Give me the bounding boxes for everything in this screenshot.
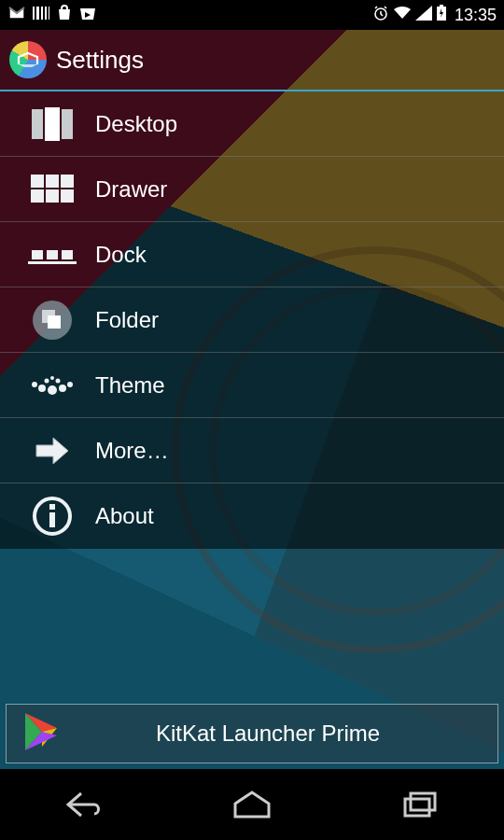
svg-rect-17 bbox=[32, 250, 43, 259]
svg-rect-19 bbox=[62, 250, 73, 259]
svg-point-25 bbox=[38, 385, 46, 392]
svg-point-26 bbox=[59, 385, 66, 392]
svg-rect-12 bbox=[46, 175, 59, 188]
svg-rect-16 bbox=[61, 189, 74, 203]
settings-item-label: About bbox=[95, 503, 154, 529]
settings-item-more[interactable]: More… bbox=[0, 418, 504, 483]
home-button[interactable] bbox=[201, 784, 303, 825]
svg-rect-13 bbox=[61, 175, 74, 188]
settings-item-drawer[interactable]: Drawer bbox=[0, 157, 504, 222]
svg-rect-35 bbox=[405, 799, 429, 816]
battery-charging-icon bbox=[436, 5, 447, 26]
svg-rect-14 bbox=[31, 189, 44, 203]
settings-item-theme[interactable]: Theme bbox=[0, 353, 504, 418]
svg-rect-8 bbox=[32, 109, 43, 139]
svg-rect-15 bbox=[46, 189, 59, 203]
desktop-icon bbox=[26, 104, 78, 145]
svg-rect-23 bbox=[48, 315, 61, 329]
cell-signal-icon bbox=[415, 6, 432, 25]
panel-header: Settings bbox=[0, 30, 504, 91]
barcode-icon bbox=[32, 6, 50, 25]
promo-label: KitKat Launcher Prime bbox=[79, 721, 484, 747]
settings-panel: Settings Desktop Drawer Dock Folder bbox=[0, 30, 504, 549]
promo-bar[interactable]: KitKat Launcher Prime bbox=[6, 704, 498, 763]
play-store-icon bbox=[20, 709, 64, 758]
svg-rect-11 bbox=[31, 175, 44, 188]
settings-item-label: Folder bbox=[95, 307, 159, 333]
svg-rect-33 bbox=[49, 512, 55, 527]
settings-list: Desktop Drawer Dock Folder Theme bbox=[0, 91, 504, 549]
svg-rect-7 bbox=[440, 5, 443, 7]
alarm-icon bbox=[372, 5, 389, 26]
play-store-icon bbox=[78, 5, 97, 26]
settings-item-label: Dock bbox=[95, 242, 147, 268]
gmail-icon bbox=[7, 6, 26, 25]
svg-rect-34 bbox=[49, 504, 55, 510]
svg-point-29 bbox=[45, 378, 49, 383]
svg-rect-9 bbox=[45, 107, 60, 141]
svg-rect-36 bbox=[411, 793, 435, 810]
svg-rect-2 bbox=[41, 7, 43, 20]
settings-item-label: Theme bbox=[95, 372, 165, 399]
info-icon bbox=[26, 496, 78, 537]
back-button[interactable] bbox=[33, 784, 135, 825]
app-icon bbox=[9, 41, 47, 78]
svg-rect-10 bbox=[62, 109, 73, 139]
page-title: Settings bbox=[56, 46, 144, 75]
svg-rect-3 bbox=[45, 7, 47, 20]
drawer-icon bbox=[26, 169, 78, 210]
folder-icon bbox=[26, 300, 78, 341]
settings-item-desktop[interactable]: Desktop bbox=[0, 91, 504, 157]
clock-label: 13:35 bbox=[455, 6, 497, 25]
shopping-bag-icon bbox=[56, 5, 73, 26]
arrow-right-icon bbox=[26, 430, 78, 471]
svg-point-28 bbox=[67, 382, 73, 387]
wifi-icon bbox=[393, 6, 412, 25]
settings-item-label: More… bbox=[95, 438, 169, 464]
svg-point-30 bbox=[56, 378, 61, 383]
settings-item-label: Drawer bbox=[95, 176, 167, 203]
svg-point-31 bbox=[50, 376, 54, 380]
recents-button[interactable] bbox=[369, 784, 471, 825]
svg-point-24 bbox=[48, 385, 57, 395]
theme-icon bbox=[26, 365, 78, 406]
dock-icon bbox=[26, 234, 78, 275]
navigation-bar bbox=[0, 769, 504, 840]
svg-rect-4 bbox=[49, 7, 49, 20]
svg-rect-20 bbox=[28, 261, 77, 264]
svg-rect-1 bbox=[36, 7, 39, 20]
svg-rect-0 bbox=[33, 7, 35, 20]
settings-item-label: Desktop bbox=[95, 111, 177, 137]
svg-point-27 bbox=[32, 382, 37, 387]
svg-rect-18 bbox=[47, 250, 58, 259]
settings-item-about[interactable]: About bbox=[0, 483, 504, 549]
status-bar: 13:35 bbox=[0, 0, 504, 30]
settings-item-dock[interactable]: Dock bbox=[0, 222, 504, 287]
settings-item-folder[interactable]: Folder bbox=[0, 287, 504, 353]
